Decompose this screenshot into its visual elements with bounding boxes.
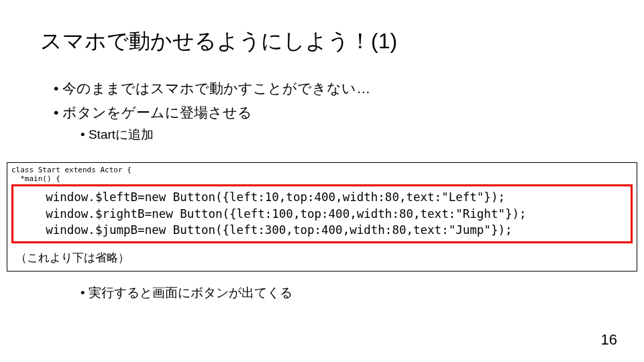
bullet-list: • 今のままではスマホで動かすことができない… • ボタンをゲームに登場させる … [40,76,604,146]
bullet-item: • Startに追加 [80,124,604,145]
bullet-text: Startに追加 [89,127,154,141]
page-number: 16 [601,331,617,349]
bullet-list: • 実行すると画面にボタンが出てくる [40,282,604,304]
code-line: window.$leftB=new Button({left:10,top:40… [17,189,627,206]
slide-title: スマホで動かせるようにしよう！(1) [40,27,604,56]
bullet-text: 今のままではスマホで動かすことができない… [62,80,370,96]
code-note: （これより下は省略） [15,250,633,265]
code-line: window.$jumpB=new Button({left:300,top:4… [17,222,627,239]
code-highlight-box: window.$leftB=new Button({left:10,top:40… [11,184,633,243]
code-line: window.$rightB=new Button({left:100,top:… [17,206,627,223]
bullet-item: • ボタンをゲームに登場させる [54,101,604,125]
bullet-text: ボタンをゲームに登場させる [62,105,252,120]
bullet-item: • 今のままではスマホで動かすことができない… [54,76,604,101]
code-box: class Start extends Actor { *main() { wi… [7,162,637,272]
code-header: class Start extends Actor { *main() { [11,166,633,183]
bullet-text: 実行すると画面にボタンが出てくる [89,286,292,300]
bullet-item: • 実行すると画面にボタンが出てくる [80,282,604,304]
